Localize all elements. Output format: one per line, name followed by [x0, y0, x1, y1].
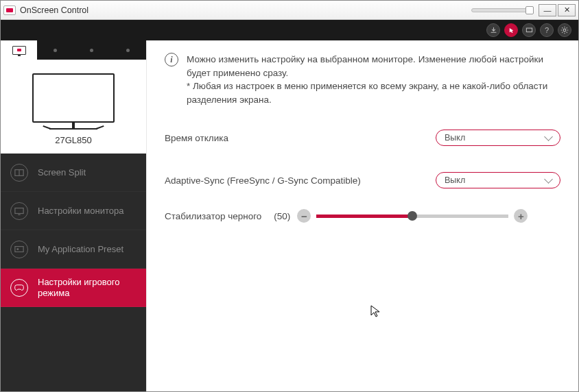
nav-screen-split[interactable]: Screen Split [1, 154, 146, 192]
black-stabilizer-slider[interactable] [316, 215, 508, 218]
response-time-dropdown[interactable]: Выкл [436, 130, 560, 146]
display-icon[interactable] [522, 23, 536, 37]
nav-label: Настройки монитора [38, 206, 123, 217]
sidebar: 27GL850 Screen Split Настройки монитора … [1, 40, 147, 391]
setting-label: Время отклика [165, 133, 436, 143]
titlebar: OnScreen Control — ✕ [1, 1, 578, 20]
app-title: OnScreen Control [20, 5, 88, 15]
increase-button[interactable]: + [514, 209, 528, 223]
nav-label: My Application Preset [38, 244, 123, 255]
monitor-model-label: 27GL850 [55, 135, 92, 145]
monitor-tabs [1, 40, 146, 60]
app-icon [3, 5, 16, 15]
info-text: Можно изменить настройку на выбранном мо… [187, 53, 560, 106]
monitor-graphic [32, 73, 115, 123]
adaptive-sync-dropdown[interactable]: Выкл [436, 172, 560, 188]
monitor-settings-icon [10, 202, 28, 220]
dropdown-value: Выкл [445, 175, 465, 185]
nav-application-preset[interactable]: My Application Preset [1, 230, 146, 269]
nav-label: Screen Split [38, 167, 86, 178]
decrease-button[interactable]: − [297, 209, 311, 223]
main-panel: i Можно изменить настройку на выбранном … [147, 40, 578, 391]
svg-rect-7 [17, 248, 19, 250]
app-window: OnScreen Control — ✕ ? 27GL850 [0, 0, 579, 392]
application-preset-icon [10, 241, 28, 258]
slider-thumb[interactable] [407, 211, 417, 221]
dropdown-value: Выкл [445, 133, 465, 143]
window-opacity-slider[interactable] [471, 8, 533, 12]
monitor-tab-3[interactable] [73, 40, 110, 60]
info-line2: * Любая из настроек в меню применяется к… [187, 81, 547, 105]
monitor-tab-4[interactable] [110, 40, 146, 60]
svg-point-1 [563, 29, 566, 32]
monitor-tab-1[interactable] [1, 40, 37, 60]
settings-icon[interactable] [558, 23, 571, 37]
svg-rect-0 [526, 28, 532, 32]
setting-adaptive-sync: Adaptive-Sync (FreeSync / G-Sync Compati… [165, 167, 560, 194]
info-icon: i [165, 53, 178, 66]
nav-game-mode[interactable]: Настройки игрового режима [1, 269, 146, 307]
screen-split-icon [10, 164, 28, 182]
monitor-panel: 27GL850 [1, 60, 146, 154]
nav-label: Настройки игрового режима [38, 277, 137, 298]
close-button[interactable]: ✕ [558, 4, 576, 16]
setting-black-stabilizer: Стабилизатор черного (50) − + [165, 209, 560, 223]
help-icon[interactable]: ? [540, 23, 554, 37]
download-icon[interactable] [486, 23, 500, 37]
nav-monitor-settings[interactable]: Настройки монитора [1, 192, 146, 230]
setting-label: Adaptive-Sync (FreeSync / G-Sync Compati… [165, 175, 436, 186]
side-nav: Screen Split Настройки монитора My Appli… [1, 154, 146, 391]
game-mode-icon [10, 279, 28, 297]
top-toolbar: ? [1, 20, 578, 40]
svg-rect-4 [15, 208, 23, 213]
monitor-tab-2[interactable] [37, 40, 73, 60]
svg-rect-6 [15, 246, 23, 252]
content: 27GL850 Screen Split Настройки монитора … [1, 40, 578, 391]
setting-response-time: Время отклика Выкл [165, 124, 560, 151]
cursor-mode-icon[interactable] [504, 23, 518, 37]
slider-value: (50) [274, 211, 290, 221]
info-line1: Можно изменить настройку на выбранном мо… [187, 54, 543, 78]
setting-label: Стабилизатор черного [165, 211, 261, 221]
info-row: i Можно изменить настройку на выбранном … [165, 53, 560, 106]
minimize-button[interactable]: — [539, 4, 556, 16]
